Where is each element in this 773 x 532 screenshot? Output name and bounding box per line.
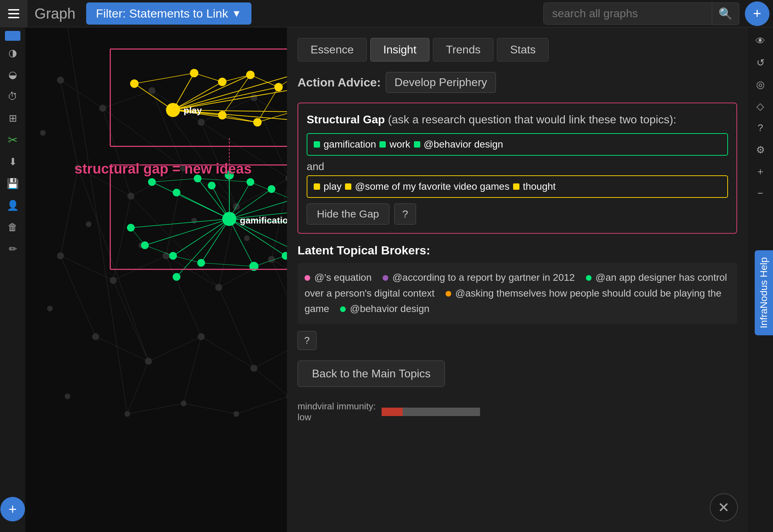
right-panel: Essence Insight Trends Stats Action Advi…: [287, 27, 748, 532]
svg-line-152: [177, 193, 229, 219]
sidebar-icon-settings[interactable]: ⚙: [750, 140, 770, 160]
sg-title: Structural Gap (ask a research question …: [307, 112, 728, 128]
svg-point-59: [148, 87, 155, 94]
svg-line-114: [127, 361, 148, 414]
sidebar-icon-clock[interactable]: ⏱: [3, 86, 23, 106]
svg-line-10: [78, 168, 131, 196]
svg-line-165: [229, 219, 254, 266]
tab-insight[interactable]: Insight: [370, 38, 429, 61]
svg-point-194: [249, 262, 258, 271]
structural-gap-section: Structural Gap (ask a research question …: [298, 103, 737, 234]
svg-line-20: [219, 259, 271, 287]
broker-dot-green-1: [586, 275, 592, 281]
tag-play: play: [324, 181, 341, 192]
svg-point-60: [198, 119, 205, 126]
sidebar-icon-save[interactable]: 💾: [3, 174, 23, 193]
svg-line-23: [96, 337, 148, 361]
svg-point-143: [246, 71, 255, 79]
sidebar-icon-eye[interactable]: ◑: [3, 43, 23, 63]
sidebar-icon-half[interactable]: ◒: [3, 65, 23, 84]
sidebar-icon-diamond[interactable]: ◇: [750, 96, 770, 116]
back-to-main-button[interactable]: Back to the Main Topics: [298, 361, 445, 387]
svg-point-93: [244, 235, 250, 241]
svg-point-83: [92, 333, 99, 340]
svg-line-126: [134, 73, 194, 84]
svg-point-148: [253, 118, 262, 126]
yellow-dot-1: [314, 183, 320, 190]
sidebar-icon-view[interactable]: 👁: [750, 31, 770, 51]
broker-dot-green-2: [340, 306, 346, 312]
immunity-label-text: mindviral immunity: low: [298, 401, 376, 423]
close-button[interactable]: ✕: [710, 493, 738, 521]
svg-point-193: [197, 259, 205, 267]
menu-button[interactable]: [0, 0, 27, 27]
latent-help-button[interactable]: ?: [298, 331, 317, 350]
sidebar-icon-cut[interactable]: ✂: [3, 130, 23, 150]
svg-line-112: [254, 368, 289, 396]
menu-bar: [8, 13, 19, 14]
tabs-row: Essence Insight Trends Stats: [298, 38, 737, 61]
and-label: and: [307, 161, 728, 173]
sidebar-icon-rect[interactable]: [5, 31, 20, 41]
sidebar-icon-target[interactable]: ◎: [750, 74, 770, 94]
latent-title: Latent Topical Brokers:: [298, 244, 737, 257]
sidebar-icon-edit[interactable]: ✏: [3, 239, 23, 259]
svg-point-57: [57, 77, 64, 84]
svg-point-197: [173, 273, 180, 281]
tab-trends[interactable]: Trends: [433, 38, 493, 61]
svg-point-183: [208, 182, 216, 189]
svg-point-61: [250, 94, 257, 101]
svg-line-43: [166, 256, 201, 337]
sg-help-button[interactable]: ?: [394, 203, 416, 225]
tag-gamification: gamification: [324, 139, 376, 150]
svg-point-90: [86, 221, 91, 227]
green-dot-3: [414, 141, 420, 148]
gamification-node-label: gamification: [240, 215, 294, 226]
svg-line-27: [60, 80, 78, 168]
svg-line-174: [145, 245, 173, 256]
search-button[interactable]: 🔍: [712, 2, 739, 25]
svg-point-192: [169, 252, 177, 260]
sidebar-icon-plus[interactable]: ＋: [750, 162, 770, 181]
hide-gap-button[interactable]: Hide the Gap: [307, 203, 389, 225]
svg-point-79: [215, 284, 222, 291]
svg-line-107: [184, 403, 236, 414]
svg-line-129: [250, 75, 279, 87]
sidebar-icon-minus[interactable]: −: [750, 183, 770, 203]
broker-item-5: @behavior design: [350, 303, 429, 314]
svg-line-163: [173, 219, 229, 256]
filter-button[interactable]: Filter: Statements to Link ▼: [86, 2, 251, 25]
add-button-bottom[interactable]: +: [0, 497, 25, 521]
svg-line-18: [113, 256, 166, 280]
green-dot-1: [314, 141, 320, 148]
search-container: 🔍 +: [543, 1, 773, 26]
svg-point-185: [247, 178, 254, 186]
sidebar-icon-trash[interactable]: 🗑: [3, 217, 23, 237]
svg-line-17: [60, 256, 113, 280]
svg-point-182: [194, 175, 202, 182]
action-advice-row: Action Advice: Develop Periphery: [298, 72, 737, 93]
green-dot-2: [379, 141, 386, 148]
tab-essence[interactable]: Essence: [298, 38, 367, 61]
sidebar-icon-download[interactable]: ⬇: [3, 152, 23, 171]
sidebar-icon-grid[interactable]: ⊞: [3, 108, 23, 128]
svg-point-190: [127, 224, 135, 232]
svg-point-80: [268, 256, 275, 263]
sidebar-icon-help[interactable]: ?: [750, 118, 770, 138]
sidebar-icon-user[interactable]: 👤: [3, 195, 23, 215]
svg-line-127: [194, 73, 222, 82]
svg-line-0: [60, 80, 103, 108]
svg-line-3: [201, 98, 254, 122]
svg-point-96: [40, 130, 46, 136]
yellow-dot-3: [513, 183, 519, 190]
tag-group-yellow: play @some of my favorite video games th…: [307, 175, 728, 198]
svg-line-176: [201, 263, 254, 266]
tab-stats[interactable]: Stats: [497, 38, 549, 61]
infranodus-help-tab[interactable]: InfraNodus Help: [755, 250, 773, 335]
broker-dot-orange: [446, 291, 451, 297]
search-input[interactable]: [543, 2, 712, 25]
svg-line-42: [113, 280, 148, 361]
add-button-top[interactable]: +: [745, 1, 769, 26]
sidebar-icon-refresh[interactable]: ↺: [750, 53, 770, 72]
svg-point-92: [191, 218, 197, 223]
